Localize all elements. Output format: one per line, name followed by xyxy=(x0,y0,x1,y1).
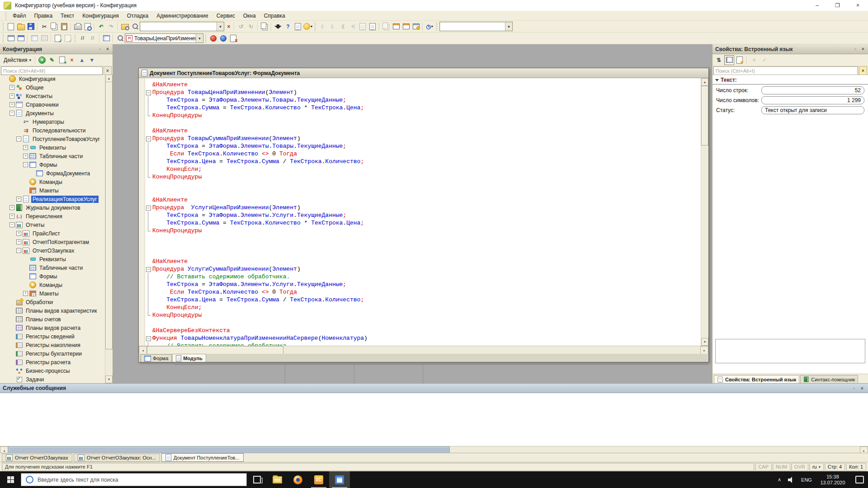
pin-icon[interactable]: ▫ xyxy=(97,46,103,52)
bookmark-timer-icon[interactable]: ◷▾ xyxy=(425,22,434,32)
sort-icon[interactable]: ⇅ xyxy=(714,55,724,65)
tree-item-Последовательности[interactable]: ⇉Последовательности xyxy=(0,126,105,135)
tree-item-Планы видов расчета[interactable]: Планы видов расчета xyxy=(0,324,105,332)
procedures-list-icon[interactable] xyxy=(115,33,125,43)
move-up-icon[interactable]: ▲ xyxy=(77,55,87,65)
fold-collapse-icon[interactable] xyxy=(145,135,152,142)
taskbar-app-firefox[interactable] xyxy=(288,471,308,488)
tree-item-Формы[interactable]: Формы xyxy=(0,272,105,281)
status-cell-ru[interactable]: ru▾ xyxy=(809,463,824,471)
tree-item-Команды[interactable]: Команды xyxy=(0,178,105,186)
tree-item-Справочники[interactable]: +Справочники xyxy=(0,100,105,109)
tree-item-Задачи[interactable]: Задачи xyxy=(0,375,105,383)
panel-tab-Синтакс-помощник[interactable]: Синтакс-помощник xyxy=(800,375,858,383)
collapse-icon[interactable]: − xyxy=(16,248,21,253)
scrollbar-thumb[interactable] xyxy=(105,82,113,349)
taskbar-app-configurator[interactable] xyxy=(329,471,350,488)
hidden-icons-chevron[interactable]: ∧ xyxy=(774,471,785,488)
fold-collapse-icon[interactable] xyxy=(145,334,152,342)
save-fragment-icon[interactable] xyxy=(381,22,391,32)
menu-item-Правка[interactable]: Правка xyxy=(30,12,57,20)
tree-item-Документы[interactable]: −Документы xyxy=(0,109,105,117)
expand-icon[interactable]: + xyxy=(9,94,14,99)
chevron-down-icon[interactable]: ▾ xyxy=(196,34,203,42)
collapse-icon[interactable]: − xyxy=(9,111,14,116)
tree-item-Планы видов характеристик[interactable]: Планы видов характеристик xyxy=(0,306,105,315)
editor-tab-Форма[interactable]: Форма xyxy=(141,354,172,362)
task-view-button[interactable] xyxy=(247,471,267,488)
tree-item-Регистры расчета[interactable]: Регистры расчета xyxy=(0,358,105,366)
menu-item-Окна[interactable]: Окна xyxy=(239,12,260,20)
nav-forward-icon[interactable]: ↻ xyxy=(246,22,256,32)
expand-icon[interactable]: + xyxy=(9,102,14,107)
chevron-down-icon[interactable]: ▾ xyxy=(217,22,224,31)
property-value-field[interactable]: Текст открыт для записи xyxy=(761,106,864,114)
prev-procedure-icon[interactable]: (↑ xyxy=(318,22,328,32)
minimize-button[interactable]: – xyxy=(807,0,827,11)
print-icon[interactable] xyxy=(73,22,83,32)
print-preview-icon[interactable] xyxy=(83,22,93,32)
tree-item-Обработки[interactable]: Обработки xyxy=(0,298,105,306)
close-panel-icon[interactable]: × xyxy=(104,46,111,52)
tree-scrollbar[interactable]: ▲ ▼ xyxy=(105,75,113,383)
tree-item-Отчеты[interactable]: −Отчеты xyxy=(0,221,105,229)
syntax-help-icon[interactable]: ? xyxy=(283,22,293,32)
menu-item-Сервис[interactable]: Сервис xyxy=(212,12,239,20)
procedure-combo[interactable]: ПТоварыЦенаПриИзменении▾ xyxy=(125,33,203,43)
context-help-icon[interactable] xyxy=(218,33,228,43)
expand-icon[interactable]: + xyxy=(23,291,28,296)
add-icon[interactable]: + xyxy=(37,55,47,65)
scroll-down-icon[interactable]: ▼ xyxy=(105,375,113,383)
delete-icon[interactable]: × xyxy=(67,55,77,65)
window-settings-icon[interactable] xyxy=(411,22,421,32)
close-panel-icon[interactable]: × xyxy=(860,46,866,52)
pin-icon[interactable]: ▫ xyxy=(852,46,859,52)
editor-vscrollbar[interactable]: ▲ ▼ xyxy=(701,78,708,346)
fold-collapse-icon[interactable] xyxy=(145,89,152,96)
add-comment-icon[interactable]: // xyxy=(78,33,88,43)
collapse-icon[interactable]: − xyxy=(9,222,14,227)
clear-search-icon[interactable]: × xyxy=(104,66,112,75)
save-icon[interactable] xyxy=(26,22,36,32)
window-tab-Отчет ОтчетОЗакупках[interactable]: Отчет ОтчетОЗакупках xyxy=(2,454,72,462)
paste-icon[interactable] xyxy=(59,22,69,32)
expand-icon[interactable]: + xyxy=(23,154,28,159)
quick-search-combo[interactable]: ▾ xyxy=(140,22,224,31)
language-indicator[interactable]: ENG xyxy=(798,471,815,488)
menu-item-Администрирование[interactable]: Администрирование xyxy=(152,12,212,20)
help-contents-icon[interactable] xyxy=(293,22,303,32)
tree-item-ОтчетОЗакупках[interactable]: −ОтчетОЗакупках xyxy=(0,246,105,255)
clear-search-icon[interactable]: × xyxy=(859,66,867,75)
goto-line-icon[interactable] xyxy=(368,22,377,32)
panel-tab-Свойства: Встроенный язык[interactable]: Свойства: Встроенный язык xyxy=(714,375,799,383)
expand-icon[interactable]: + xyxy=(9,85,14,90)
tree-item-Общие[interactable]: +Общие xyxy=(0,83,105,92)
taskbar-app-1c[interactable]: 1С xyxy=(308,471,329,488)
edit-icon[interactable]: ✎ xyxy=(47,55,57,65)
start-button[interactable] xyxy=(0,471,21,488)
methodical-support-icon[interactable] xyxy=(273,22,283,32)
collapse-icon[interactable]: − xyxy=(23,162,28,167)
tree-item-Реквизиты[interactable]: Реквизиты xyxy=(0,255,105,263)
tree-item-Табличные части[interactable]: +Табличные части xyxy=(0,152,105,160)
window-tab-Отчет ОтчетОЗакупках: Осн...[interactable]: Отчет ОтчетОЗакупках: Осн... xyxy=(74,454,160,462)
menu-item-Текст[interactable]: Текст xyxy=(57,12,78,20)
check-module-icon[interactable] xyxy=(53,33,63,43)
editor-tab-Модуль[interactable]: Модуль xyxy=(172,354,206,362)
tree-item-Табличные части[interactable]: Табличные части xyxy=(0,263,105,272)
tree-item-Реквизиты[interactable]: +Реквизиты xyxy=(0,143,105,152)
menu-item-Справка[interactable]: Справка xyxy=(260,12,289,20)
action-center-button[interactable] xyxy=(851,471,868,488)
tree-item-Макеты[interactable]: Макеты xyxy=(0,186,105,195)
tree-item-ОтчетПоКонтрагентам[interactable]: +ОтчетПоКонтрагентам xyxy=(0,238,105,246)
property-value-field[interactable]: 52 xyxy=(761,86,864,94)
copy-fragment-icon[interactable] xyxy=(259,22,269,32)
recheck-module-icon[interactable] xyxy=(63,33,73,43)
expand-icon[interactable]: + xyxy=(16,231,21,236)
move-down-icon[interactable]: ▼ xyxy=(87,55,97,65)
open-icon[interactable] xyxy=(16,22,26,32)
close-button[interactable]: × xyxy=(848,0,868,11)
layout-editor-icon[interactable] xyxy=(39,33,49,43)
chevron-down-icon[interactable]: ▾ xyxy=(505,22,512,31)
form-editor-icon[interactable] xyxy=(29,33,39,43)
